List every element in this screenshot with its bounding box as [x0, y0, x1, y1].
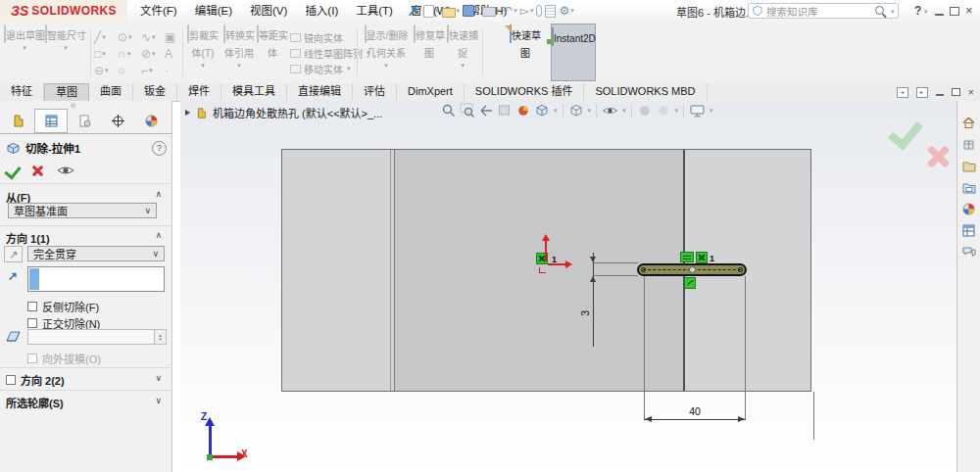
linear-pattern-button[interactable]: 线性草图阵列▾	[290, 45, 351, 61]
offset-entities-button[interactable]: 等距实体	[257, 25, 288, 61]
menu-file[interactable]: 文件(F)	[131, 0, 186, 22]
flip-side-checkbox[interactable]: 反侧切除(F)	[27, 299, 99, 314]
slot-center-point[interactable]	[689, 266, 696, 273]
view-settings-icon[interactable]	[689, 103, 706, 118]
restore-button[interactable]	[950, 7, 959, 16]
plane-tool[interactable]: ▣	[165, 30, 178, 44]
horizontal-relation-icon[interactable]	[680, 252, 694, 262]
edit-appearance-icon[interactable]	[515, 103, 531, 118]
slot-tool[interactable]: ⊖▾	[94, 64, 118, 77]
new-document-button[interactable]: ▾	[423, 5, 439, 18]
help-caret[interactable]: ▾	[924, 8, 928, 16]
from-collapse-chevron[interactable]: ∧	[155, 189, 162, 199]
quick-snaps-button[interactable]: 快速捕捉 ▾	[447, 25, 478, 70]
instant2d-toggle[interactable]: Instant2D	[551, 24, 596, 81]
cancel-button[interactable]	[31, 165, 43, 176]
doc-close-button[interactable]: ×	[968, 86, 974, 98]
tab-features[interactable]: 特征	[0, 83, 44, 101]
options-button[interactable]: ⚙▾	[559, 4, 573, 18]
zoom-fit-icon[interactable]	[441, 103, 457, 118]
search-options-caret[interactable]: ▾	[891, 8, 895, 16]
custom-properties-button[interactable]	[958, 220, 980, 240]
tab-dimxpert[interactable]: DimXpert	[397, 83, 465, 101]
dim40-value[interactable]: 40	[670, 405, 719, 417]
tab-direct-editing[interactable]: 直接编辑	[287, 83, 353, 101]
select-button[interactable]: ▻▾	[520, 4, 534, 18]
file-explorer-button[interactable]	[958, 177, 980, 197]
from-dropdown[interactable]: 草图基准面 ∨	[8, 203, 157, 218]
line-tool[interactable]: ╱▾	[94, 30, 118, 44]
draft-outward-checkbox[interactable]: 向外拔模(O)	[27, 351, 101, 366]
dim3-line[interactable]	[593, 253, 594, 347]
reverse-direction-button[interactable]: ↗	[4, 246, 23, 262]
polygon-tool[interactable]: ○	[118, 64, 141, 77]
search-icon[interactable]	[875, 6, 884, 15]
fixed-relation-icon[interactable]	[696, 252, 708, 263]
draft-angle-spinner[interactable]: ▴▾	[154, 329, 167, 345]
end-condition-dropdown[interactable]: 完全贯穿 ∨	[27, 246, 165, 261]
arc-tool[interactable]: ∩▾	[118, 47, 141, 61]
menu-insert[interactable]: 插入(I)	[296, 0, 347, 22]
property-manager-tab[interactable]	[34, 109, 68, 133]
tab-weldments[interactable]: 焊件	[177, 83, 221, 101]
exit-sketch-button[interactable]: 退出草图 ▾	[4, 25, 45, 52]
feature-breadcrumb[interactable]: 机箱边角处散热孔 (默认<<默认>_...	[185, 105, 382, 120]
point-tool[interactable]: ·	[165, 64, 178, 77]
dim3-value[interactable]: 3	[579, 310, 591, 316]
preview-eye-button[interactable]	[57, 165, 74, 176]
view-orientation-icon[interactable]	[534, 103, 550, 118]
fillet-tool[interactable]: ⌐▾	[141, 64, 165, 77]
attach-button[interactable]	[536, 5, 542, 17]
hide-show-items-icon[interactable]	[602, 103, 618, 118]
direction1-collapse-chevron[interactable]: ∧	[155, 230, 162, 240]
convert-entities-button[interactable]: 转换实体引用 ▾	[221, 25, 257, 70]
repair-sketch-button[interactable]: 修复草图	[414, 25, 445, 61]
close-button[interactable]: ×	[965, 3, 973, 19]
minimize-button[interactable]	[935, 14, 944, 16]
solidworks-resources-button[interactable]	[958, 134, 980, 154]
slot-right-endpoint[interactable]	[738, 267, 743, 272]
tab-mbd[interactable]: SOLIDWORKS MBD	[584, 83, 707, 101]
graphics-viewport[interactable]: 机箱边角处散热孔 (默认<<默认>_... ▾ ▾ ▾ ▾ ▾	[180, 101, 956, 472]
forum-button[interactable]	[958, 242, 980, 261]
tab-surfaces[interactable]: 曲面	[89, 83, 133, 101]
undo-button[interactable]: ↶▾	[503, 4, 517, 18]
move-entities-button[interactable]: 移动实体▾	[290, 61, 351, 76]
help-icon[interactable]: ?	[152, 141, 167, 156]
save-button[interactable]: ▾	[463, 5, 479, 17]
appearances-button[interactable]	[958, 199, 980, 218]
contours-expand-chevron[interactable]: ∨	[155, 396, 162, 405]
tab-sketch[interactable]: 草图	[44, 83, 89, 101]
design-library-button[interactable]	[958, 156, 980, 175]
pin-menu-icon[interactable]	[407, 4, 419, 22]
smart-dimension-button[interactable]: 智能尺寸 ▾	[45, 25, 86, 52]
dim40-line[interactable]	[644, 419, 746, 420]
zoom-area-icon[interactable]	[460, 103, 475, 118]
rapid-sketch-button[interactable]: 快速草图	[508, 25, 543, 61]
configuration-manager-tab[interactable]	[68, 109, 101, 133]
draft-angle-input[interactable]	[27, 329, 155, 345]
expander-icon[interactable]	[185, 110, 190, 116]
ok-button[interactable]	[4, 162, 21, 179]
properties-sheet-button[interactable]	[545, 5, 556, 18]
direction1-section-header[interactable]: 方向 1(1)	[6, 230, 50, 246]
circle-tool[interactable]: ⊙▾	[118, 30, 141, 44]
text-tool[interactable]: A	[165, 47, 178, 61]
apply-scene-icon[interactable]	[637, 103, 653, 118]
confirm-ok-overlay[interactable]	[888, 114, 923, 150]
tab-sheet-metal[interactable]: 钣金	[133, 83, 177, 101]
selected-contours-header[interactable]: 所选轮廓(S)	[6, 395, 64, 410]
ellipse-tool[interactable]: ⊘▾	[141, 47, 165, 61]
tab-evaluate[interactable]: 评估	[353, 83, 397, 101]
menu-edit[interactable]: 编辑(E)	[186, 0, 241, 22]
feature-manager-tab[interactable]	[1, 109, 34, 133]
print-button[interactable]: ▾	[482, 5, 501, 17]
display-manager-tab[interactable]	[134, 109, 168, 133]
doc-back-button[interactable]: ◂	[897, 87, 908, 98]
direction2-expand-chevron[interactable]: ∨	[155, 373, 162, 383]
previous-view-icon[interactable]	[478, 103, 494, 118]
coincident-relation-icon[interactable]	[684, 277, 696, 289]
trim-entities-button[interactable]: 剪裁实体(T) ▾	[186, 25, 220, 70]
panel-drag-handle[interactable]	[71, 103, 75, 108]
direction-reference-box[interactable]	[27, 266, 165, 292]
